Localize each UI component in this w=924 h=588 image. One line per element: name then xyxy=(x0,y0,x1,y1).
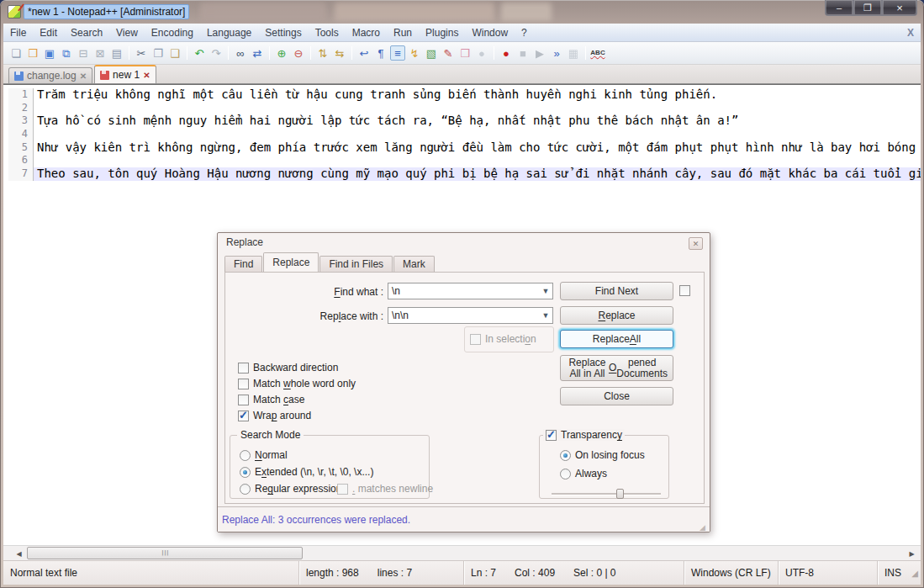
menu-window[interactable]: Window xyxy=(465,24,515,41)
maximize-button[interactable]: ❐ xyxy=(853,0,882,16)
wrap-around-checkbox[interactable] xyxy=(238,411,249,421)
editor-line[interactable]: 5 Như vậy kiên trì không ngừng, đem phía… xyxy=(3,141,921,155)
dialog-title[interactable]: Replace xyxy=(218,233,710,252)
find-next-button[interactable]: Find Next xyxy=(560,282,673,300)
menubar-close-icon[interactable]: X xyxy=(907,27,914,39)
cut-icon[interactable]: ✂ xyxy=(134,45,149,61)
menu-run[interactable]: Run xyxy=(387,24,419,41)
redo-icon[interactable]: ↷ xyxy=(209,45,224,61)
replace-button[interactable]: Replace xyxy=(560,306,673,325)
sync-vertical-icon[interactable]: ⇅ xyxy=(315,45,330,61)
horizontal-scrollbar[interactable]: ◀ ▶ xyxy=(3,545,921,560)
tab-find-in-files[interactable]: Find in Files xyxy=(319,256,393,272)
in-selection-checkbox[interactable] xyxy=(470,334,481,345)
monitoring-icon[interactable]: ● xyxy=(474,45,489,61)
document-map-icon[interactable]: ▧ xyxy=(424,45,439,61)
menu-tools[interactable]: Tools xyxy=(309,24,346,41)
copy-icon[interactable]: ❐ xyxy=(150,45,166,61)
normal-radio[interactable] xyxy=(240,450,251,461)
macro-save-icon[interactable]: ▦ xyxy=(566,45,581,61)
save-all-icon[interactable]: ⧉ xyxy=(59,45,74,61)
menu-settings[interactable]: Settings xyxy=(258,24,308,41)
menu-file[interactable]: File xyxy=(3,24,33,41)
save-file-icon[interactable]: ▣ xyxy=(42,45,57,61)
editor-line[interactable]: 4 xyxy=(3,128,921,141)
extended-radio[interactable] xyxy=(240,467,251,478)
replace-all-open-docs-button[interactable]: Replace All in All Opened Documents xyxy=(560,355,673,381)
matches-newline-checkbox[interactable] xyxy=(337,484,348,495)
regular-expression-radio[interactable] xyxy=(240,484,251,495)
open-file-icon[interactable]: ❒ xyxy=(25,45,40,61)
replace-with-input[interactable]: \n\n ▼ xyxy=(388,307,553,324)
show-all-characters-icon[interactable]: ¶ xyxy=(373,45,388,61)
tab-close-icon[interactable]: ✕ xyxy=(80,72,87,81)
undo-icon[interactable]: ↶ xyxy=(192,45,207,61)
scroll-left-icon[interactable]: ◀ xyxy=(12,547,26,560)
slider-thumb[interactable] xyxy=(616,489,624,499)
editor-line-current[interactable]: 7 Theo sau, tôn quý Hoàng Hậu nương nươn… xyxy=(3,167,921,181)
doc-switcher-icon[interactable]: ✎ xyxy=(441,45,456,61)
close-all-icon[interactable]: ⊠ xyxy=(92,45,108,61)
match-whole-word-checkbox[interactable] xyxy=(238,379,249,389)
tab-replace[interactable]: Replace xyxy=(263,252,319,272)
status-encoding[interactable]: UTF-8 xyxy=(779,561,878,585)
transparency-slider[interactable] xyxy=(552,489,661,499)
menu-plugins[interactable]: Plugins xyxy=(419,24,465,41)
editor-line[interactable]: 3 Tựa hồ có sinh mệnh nguy hiểm hai ngườ… xyxy=(3,114,921,128)
dialog-resize-grip-icon[interactable]: ◢ xyxy=(700,523,705,532)
word-wrap-icon[interactable]: ↩ xyxy=(356,45,372,61)
menu-help[interactable]: ? xyxy=(515,24,534,41)
editor-line[interactable]: 6 xyxy=(3,154,921,167)
sync-horizontal-icon[interactable]: ⇆ xyxy=(332,45,347,61)
always-radio[interactable] xyxy=(560,469,571,479)
menu-macro[interactable]: Macro xyxy=(346,24,387,41)
editor-line[interactable]: 2 xyxy=(3,102,921,115)
zoom-out-icon[interactable]: ⊖ xyxy=(291,45,306,61)
replace-icon[interactable]: ⇄ xyxy=(250,45,265,61)
tab-new-1[interactable]: new 1 ✕ xyxy=(94,65,156,83)
macro-record-icon[interactable]: ● xyxy=(499,45,514,61)
match-case-checkbox[interactable] xyxy=(238,395,249,405)
backward-direction-checkbox[interactable] xyxy=(238,363,249,373)
find-what-input[interactable]: \n ▼ xyxy=(388,283,553,299)
tab-close-icon[interactable]: ✕ xyxy=(143,71,150,80)
folder-as-workspace-icon[interactable]: ❒ xyxy=(457,45,473,61)
menu-search[interactable]: Search xyxy=(64,24,109,41)
macro-play-icon[interactable]: ▶ xyxy=(532,45,547,61)
close-file-icon[interactable]: ⊟ xyxy=(76,45,91,61)
menu-encoding[interactable]: Encoding xyxy=(145,24,200,41)
resize-grip-icon[interactable]: ◢ xyxy=(911,569,918,578)
function-list-icon[interactable]: ↯ xyxy=(407,45,422,61)
close-dialog-button[interactable]: Close xyxy=(560,387,673,405)
chevron-down-icon[interactable]: ▼ xyxy=(539,311,552,320)
editor-line[interactable]: 1 Trăm triệu không nghĩ một câu liền từ … xyxy=(3,88,921,102)
replace-all-button[interactable]: Replace All xyxy=(560,330,673,348)
find-icon[interactable]: ∞ xyxy=(233,45,248,61)
show-indent-guide-icon[interactable]: ≡ xyxy=(390,45,405,61)
scrollbar-thumb[interactable] xyxy=(27,547,303,559)
menu-language[interactable]: Language xyxy=(200,24,258,41)
title-bar[interactable]: *new 1 - Notepad++ [Administrator] – ❐ × xyxy=(0,0,924,24)
dialog-close-icon[interactable]: ✕ xyxy=(689,237,703,250)
on-losing-focus-radio[interactable] xyxy=(560,450,571,461)
close-button[interactable]: × xyxy=(882,0,917,16)
status-eol-format[interactable]: Windows (CR LF) xyxy=(684,561,779,585)
spell-check-icon[interactable]: ABC xyxy=(590,45,605,61)
status-insert-mode[interactable]: INS xyxy=(878,561,910,585)
zoom-in-icon[interactable]: ⊕ xyxy=(274,45,289,61)
chevron-down-icon[interactable]: ▼ xyxy=(539,287,552,295)
macro-run-multiple-icon[interactable]: » xyxy=(549,45,564,61)
menu-view[interactable]: View xyxy=(109,24,145,41)
new-file-icon[interactable]: ❏ xyxy=(8,45,24,61)
transparency-checkbox[interactable] xyxy=(546,430,557,441)
tab-change-log[interactable]: change.log ✕ xyxy=(8,67,92,83)
scroll-right-icon[interactable]: ▶ xyxy=(905,547,919,560)
minimize-button[interactable]: – xyxy=(825,0,853,16)
tab-mark[interactable]: Mark xyxy=(393,256,435,272)
menu-edit[interactable]: Edit xyxy=(33,24,64,41)
paste-icon[interactable]: ❑ xyxy=(167,45,182,61)
macro-stop-icon[interactable]: ■ xyxy=(515,45,531,61)
tab-find[interactable]: Find xyxy=(224,256,262,272)
print-icon[interactable]: ▤ xyxy=(109,45,124,61)
find-next-extra-checkbox[interactable] xyxy=(679,285,690,296)
